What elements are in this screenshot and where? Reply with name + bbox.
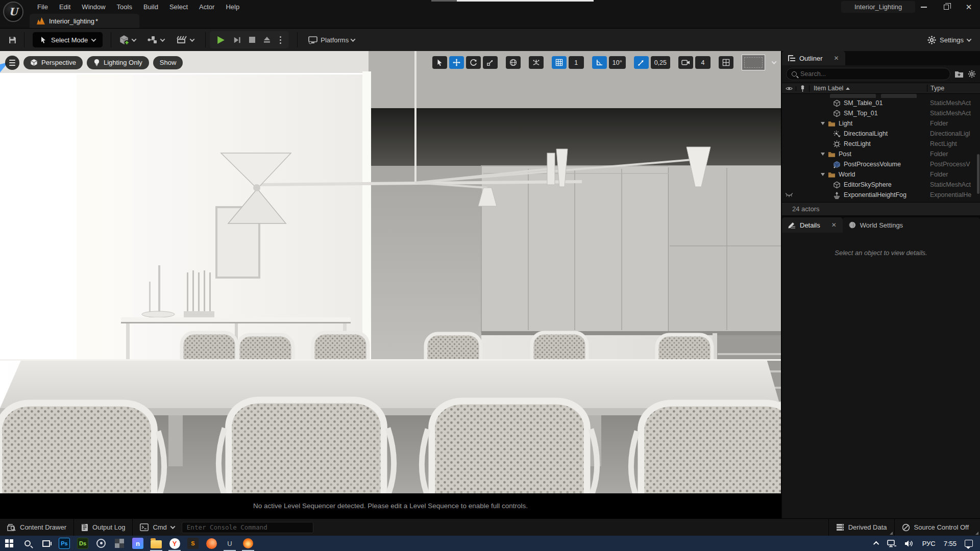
unreal-logo-icon[interactable]: U [3,2,23,22]
derived-data-button[interactable]: Derived Data [829,519,894,536]
scale-snap-value[interactable]: 0,25 [651,56,670,69]
outliner-row[interactable]: PostFolder [782,149,980,159]
move-tool-button[interactable] [449,56,464,69]
tab-world-settings[interactable]: World Settings [843,217,980,233]
content-drawer-button[interactable]: Content Drawer [0,519,74,536]
outliner-row[interactable]: DirectionalLightDirectionalLigl [782,129,980,139]
outliner-row[interactable]: SM_Table_01StaticMeshAct [782,98,980,108]
outliner-row[interactable]: LightFolder [782,118,980,129]
menu-file[interactable]: File [32,1,54,13]
restore-button[interactable] [935,0,958,14]
rotation-snap-value[interactable]: 10° [609,56,626,69]
level-viewport[interactable]: Perspective Lighting Only Show [0,51,781,518]
show-dropdown[interactable]: Show [153,56,183,69]
level-tab[interactable]: Interior_lighting* [30,14,139,28]
task-view-icon[interactable] [37,536,55,551]
outliner-scrollbar[interactable] [977,154,979,194]
world-local-toggle[interactable] [506,56,521,69]
magnifier-person-app-icon[interactable] [92,536,110,551]
outliner-row[interactable]: ExponentialHeightFogExponentialHe [782,190,980,200]
yandex-browser-icon[interactable]: Y [165,536,184,551]
language-indicator[interactable]: РУС [922,540,936,547]
blueprints-dropdown[interactable] [144,33,167,46]
perspective-dropdown[interactable]: Perspective [23,56,83,69]
volume-icon[interactable] [904,540,914,547]
file-explorer-icon[interactable] [147,536,165,551]
viewport-layout-preview[interactable] [742,55,765,70]
substance-app-icon[interactable]: Ds [74,536,92,551]
details-close-icon[interactable]: ✕ [831,221,837,229]
camera-speed-button[interactable] [678,56,693,69]
flame-app-icon[interactable] [239,536,257,551]
viewport-layout-chevron-icon[interactable] [772,59,777,64]
outliner-row[interactable]: WorldFolder [782,169,980,180]
menu-help[interactable]: Help [220,1,245,13]
expander-icon[interactable] [821,122,825,125]
scale-snap-toggle[interactable] [634,56,649,69]
rotate-tool-button[interactable] [466,56,481,69]
outliner-row[interactable]: RectLightRectLight [782,139,980,149]
outliner-settings-icon[interactable] [968,70,976,78]
stop-button[interactable] [249,36,256,43]
outliner-search[interactable] [786,68,950,80]
tray-overflow-icon[interactable] [873,541,879,547]
play-options-kebab[interactable] [278,36,283,44]
tab-details[interactable]: Details ✕ [782,217,843,233]
outliner-row[interactable]: SM_Top_01StaticMeshAct [782,108,980,118]
console-command-input[interactable] [182,522,313,533]
scale-tool-button[interactable] [483,56,498,69]
viewport-scene[interactable] [0,51,781,493]
play-button[interactable] [216,35,226,45]
photoshop-icon[interactable]: Ps [55,536,74,551]
surface-snapping-button[interactable] [529,56,544,69]
platforms-dropdown[interactable]: Platforms [305,34,358,46]
action-center-icon[interactable] [965,540,973,547]
output-log-button[interactable]: Output Log [74,519,132,536]
cinematics-dropdown[interactable] [173,33,197,47]
source-control-button[interactable]: Source Control Off [895,519,980,536]
eject-button[interactable] [263,36,271,44]
viewport-options-menu[interactable] [5,56,19,70]
outliner-search-input[interactable] [800,70,945,78]
checker-app-icon[interactable] [110,536,129,551]
taskbar-search-icon[interactable] [18,536,37,551]
minimize-button[interactable] [913,0,935,14]
menu-select[interactable]: Select [164,1,193,13]
menu-tools[interactable]: Tools [111,1,138,13]
type-column-header[interactable]: Type [927,85,980,92]
unreal-engine-icon[interactable]: U [220,536,239,551]
view-mode-dropdown[interactable]: Lighting Only [87,56,149,69]
pin-column-header[interactable] [796,85,810,92]
item-label-column-header[interactable]: Item Label [810,85,927,92]
menu-build[interactable]: Build [138,1,164,13]
clock[interactable]: 7:55 [944,540,957,547]
menu-window[interactable]: Window [76,1,111,13]
network-icon[interactable] [887,540,896,547]
save-button[interactable] [5,34,20,46]
outliner-close-icon[interactable]: ✕ [834,55,839,62]
select-mode-dropdown[interactable]: Select Mode [33,32,103,47]
add-actor-dropdown[interactable] [115,32,139,47]
camera-speed-value[interactable]: 4 [695,56,710,69]
rotation-snap-toggle[interactable] [592,56,607,69]
viewport-layout-grid-button[interactable] [719,56,733,69]
grid-snap-value[interactable]: 1 [569,56,584,69]
menu-actor[interactable]: Actor [193,1,220,13]
tab-outliner[interactable]: Outliner ✕ [782,51,845,65]
grid-snap-toggle[interactable] [552,56,567,69]
outliner-row[interactable]: PostProcessVolumePostProcessV [782,159,980,169]
n-app-icon[interactable]: n [129,536,147,551]
menu-edit[interactable]: Edit [54,1,76,13]
create-folder-button[interactable] [954,70,964,78]
sublime-text-icon[interactable]: S [184,536,202,551]
outliner-tree[interactable]: SM_Table_01StaticMeshActSM_Top_01StaticM… [782,94,980,202]
skip-frame-button[interactable] [233,36,241,44]
start-button-icon[interactable] [0,536,18,551]
cmd-dropdown[interactable]: Cmd [133,519,181,536]
visibility-column-header[interactable] [782,86,796,91]
houdini-icon[interactable] [202,536,220,551]
close-button[interactable]: ✕ [958,0,980,14]
outliner-row[interactable]: EditorSkySphereStaticMeshAct [782,180,980,190]
select-tool-button[interactable] [432,56,447,69]
expander-icon[interactable] [821,173,825,176]
